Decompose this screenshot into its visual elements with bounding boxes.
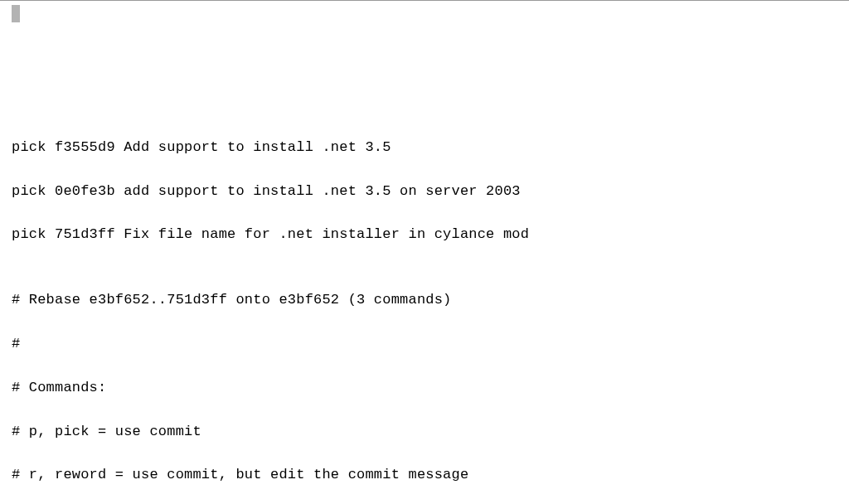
rebase-comment[interactable]: # Rebase e3bf652..751d3ff onto e3bf652 (… [12, 289, 837, 311]
rebase-comment[interactable]: # Commands: [12, 377, 837, 399]
cursor-block [12, 5, 20, 22]
rebase-line[interactable]: pick f3555d9 Add support to install .net… [12, 137, 837, 158]
rebase-line[interactable]: pick 751d3ff Fix file name for .net inst… [12, 224, 837, 245]
rebase-line[interactable]: pick 0e0fe3b add support to install .net… [12, 181, 837, 202]
rebase-comment[interactable]: # p, pick = use commit [12, 421, 837, 443]
rebase-comment[interactable]: # r, reword = use commit, but edit the c… [12, 464, 837, 486]
rebase-comment[interactable]: # [12, 333, 837, 355]
git-rebase-editor[interactable]: pick f3555d9 Add support to install .net… [12, 115, 837, 504]
